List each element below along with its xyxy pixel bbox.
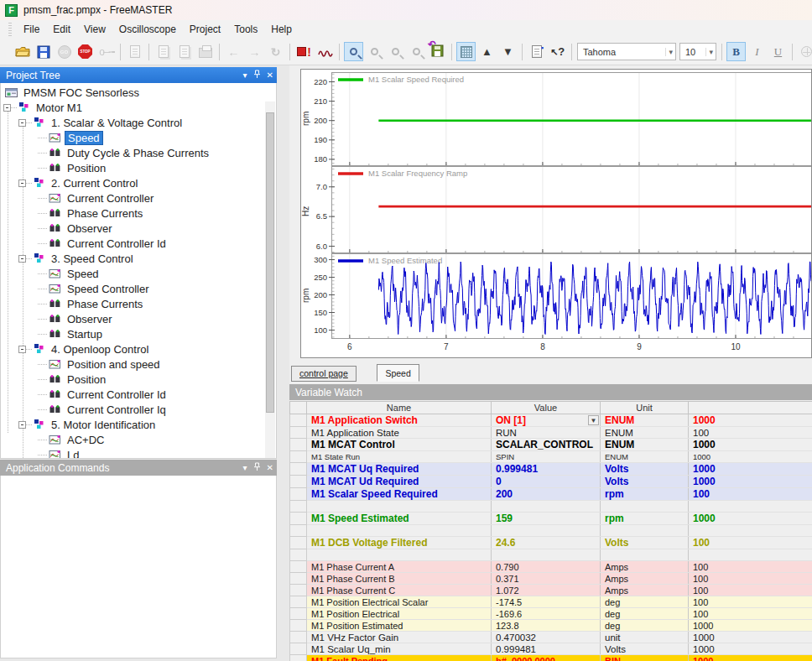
menu-item-tools[interactable]: Tools [227,22,264,37]
tree-item-label[interactable]: Position [65,373,108,386]
column-header-period[interactable] [689,402,812,414]
tree-item-ld[interactable]: Ld [1,447,266,459]
trigger-marks-icon[interactable] [315,42,335,61]
tree-item-label[interactable]: Motor M1 [34,101,85,114]
variable-value[interactable]: 1.072 [492,585,601,596]
tree-item-pmsm-foc-sensorless[interactable]: PMSM FOC Sensorless [1,85,266,100]
variable-name[interactable]: M1 Application State [307,427,492,439]
tree-item-label[interactable]: Duty Cycle & Phase Currents [65,147,211,159]
tree-expander-icon[interactable] [3,104,11,112]
tree-item-label[interactable]: Current Controller Id [65,237,169,250]
menu-item-edit[interactable]: Edit [46,22,77,37]
value-dropdown-button[interactable]: ▼ [588,415,599,425]
tree-item-label[interactable]: Speed [65,268,102,280]
tree-item-label[interactable]: 3. Speed Control [49,252,136,265]
variable-value[interactable]: SCALAR_CONTROL [492,439,601,451]
menubar-grip-handle[interactable] [8,23,12,36]
tree-item-label[interactable]: Observer [65,313,114,325]
tree-item-current-controller-iq[interactable]: Current Controller Iq [1,402,266,417]
tree-item-label[interactable]: PMSM FOC Sensorless [21,86,142,99]
variable-value[interactable]: 0.371 [492,573,601,585]
menu-item-project[interactable]: Project [183,22,227,37]
tree-item-label[interactable]: Startup [65,328,105,341]
tree-item-label[interactable]: Position and speed [65,358,163,371]
variable-name[interactable]: M1 Application Switch [307,414,492,427]
row-selector[interactable] [290,643,307,655]
chevron-down-icon[interactable]: ▾ [243,463,247,472]
variable-name[interactable]: M1 Position Estimated [307,620,492,632]
row-selector[interactable] [290,608,307,620]
tree-item-label[interactable]: AC+DC [65,434,107,446]
variable-name[interactable]: M1 Position Electrical Scalar [307,596,492,608]
tree-item-current-controller-id[interactable]: Current Controller Id [1,236,266,251]
page-properties-icon[interactable]: ▪ [527,42,546,61]
tree-item-1-scalar-voltage-control[interactable]: 1. Scalar & Voltage Control [1,115,266,130]
tree-item-position[interactable]: Position [1,372,266,387]
row-selector[interactable] [290,427,307,439]
variable-value[interactable]: -174.5 [492,596,601,608]
open-project-icon[interactable] [13,42,32,61]
stop-icon[interactable]: STOP [75,42,95,61]
zoom-in-icon[interactable] [344,42,363,61]
tree-expander-icon[interactable] [18,421,26,429]
row-selector[interactable] [290,513,307,525]
row-selector[interactable] [290,414,307,427]
chart-subplot-2[interactable]: 100150200250300rpmM1 Speed Estimated [301,253,812,339]
tab-speed[interactable]: Speed [377,364,419,382]
variable-value[interactable]: 200 [492,488,601,501]
tree-item-speed[interactable]: Speed [1,266,266,281]
variable-value[interactable]: 24.6 [492,537,601,549]
tree-item-label[interactable]: 2. Current Control [49,177,140,190]
save-scope-data-icon[interactable]: ↶ [428,42,447,61]
variable-value[interactable]: 0.999481 [492,463,601,476]
variable-value[interactable]: 0.470032 [492,632,601,643]
menu-item-oscilloscope[interactable]: Oscilloscope [112,22,183,37]
font-size-select[interactable]: 10▾ [679,43,716,60]
tree-item-label[interactable]: 5. Motor Identification [49,419,158,431]
font-family-select[interactable]: Tahoma▾ [577,43,676,60]
navigate-forward-icon[interactable]: → [245,42,264,61]
underline-icon[interactable]: U [768,42,788,61]
variable-name[interactable]: M1 Fault Pending [307,655,492,661]
row-selector[interactable] [290,463,307,476]
tree-expander-icon[interactable] [18,180,26,187]
row-selector[interactable] [290,596,307,608]
row-selector[interactable] [290,620,307,632]
tree-item-ac-dc[interactable]: AC+DC [1,432,266,447]
variable-name[interactable]: M1 Phase Current C [307,585,492,596]
variable-value[interactable]: 0.790 [492,561,601,573]
row-selector[interactable] [290,439,307,451]
tree-item-label[interactable]: Speed Controller [65,283,152,295]
variable-name[interactable]: M1 Phase Current A [307,561,492,573]
variable-name[interactable]: M1 Speed Estimated [307,513,492,525]
tree-expander-icon[interactable] [18,346,26,353]
reload-page-icon[interactable]: ↻ [266,42,285,61]
move-down-icon[interactable]: ▼ [498,42,518,61]
zoom-fit-icon[interactable] [407,42,426,61]
comm-error-indicator-icon[interactable]: ! [294,42,314,61]
chevron-down-icon[interactable]: ▾ [243,70,247,80]
variable-name[interactable]: M1 Scalar Speed Required [307,488,492,501]
tree-item-label[interactable]: 4. Openloop Control [49,343,151,356]
row-selector[interactable] [290,573,307,585]
zoom-undo-icon[interactable] [386,42,405,61]
tree-item-label[interactable]: Phase Currents [65,207,145,220]
menu-item-view[interactable]: View [77,22,112,37]
tree-item-duty-cycle-phase-currents[interactable]: Duty Cycle & Phase Currents [1,145,266,160]
variable-name[interactable]: M1 MCAT Control [307,439,492,451]
tree-item-2-current-control[interactable]: 2. Current Control [1,175,266,190]
tree-item-phase-currents[interactable]: Phase Currents [1,296,266,311]
row-selector[interactable] [290,451,307,463]
scrollbar-thumb[interactable] [266,112,274,413]
italic-icon[interactable]: I [747,42,767,61]
menu-item-file[interactable]: File [17,22,46,37]
tree-item-label[interactable]: Speed [65,131,103,145]
tree-item-current-controller-id[interactable]: Current Controller Id [1,387,266,402]
tree-item-observer[interactable]: Observer [1,311,266,326]
tree-item-3-speed-control[interactable]: 3. Speed Control [1,251,266,266]
oscilloscope-chart[interactable]: 180190200210220rpmM1 Scalar Speed Requir… [300,69,812,358]
row-selector[interactable] [290,488,307,501]
connection-plug-icon[interactable]: o─╼ [96,42,116,61]
column-header-value[interactable]: Value [492,402,601,414]
tree-item-motor-m1[interactable]: Motor M1 [1,100,266,115]
